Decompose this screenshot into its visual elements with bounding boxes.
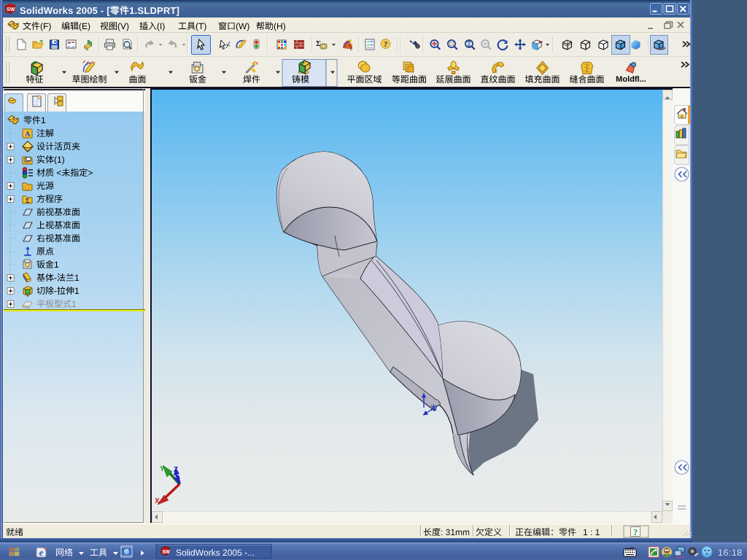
svg-text:Σ: Σ	[26, 198, 29, 204]
svg-text:e: e	[39, 547, 44, 558]
svg-text:SW: SW	[163, 549, 171, 554]
svg-text:?: ?	[384, 39, 388, 48]
svg-text:?: ?	[633, 527, 638, 537]
svg-text:SW: SW	[7, 7, 15, 12]
svg-text:A: A	[25, 130, 31, 138]
